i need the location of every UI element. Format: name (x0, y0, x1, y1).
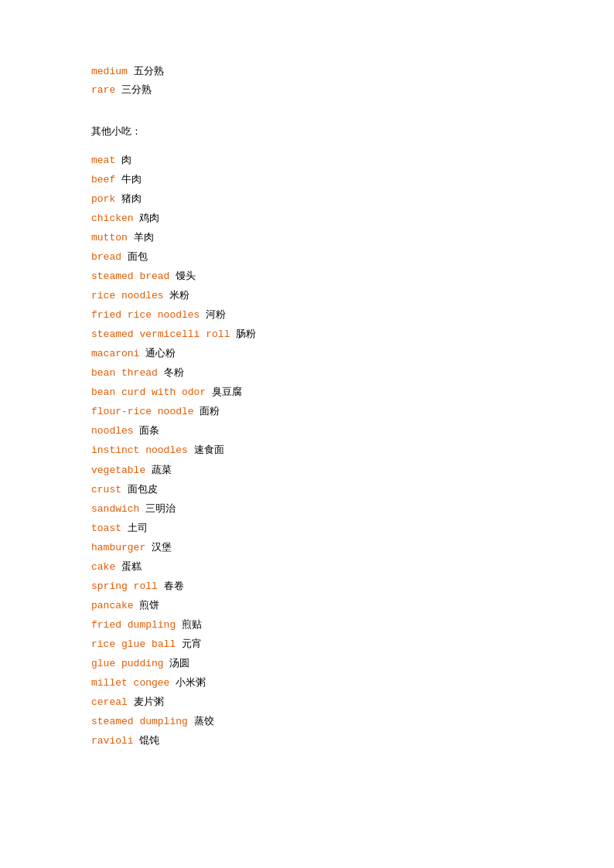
vocab-en: noodles (91, 425, 134, 437)
section-header: 其他小吃： (91, 124, 523, 138)
vocab-list: meat 肉beef 牛肉pork 猪肉chicken 鸡肉mutton 羊肉b… (91, 151, 523, 751)
vocab-zh: 蛋糕 (121, 560, 142, 572)
vocab-en: crust (91, 484, 121, 495)
vocab-item: rice glue ball 元宵 (91, 635, 523, 654)
vocab-en: bread (91, 251, 121, 263)
vocab-item: spring roll 春卷 (91, 577, 523, 596)
vocab-item: toast 土司 (91, 519, 523, 538)
intro-zh: 三分熟 (121, 83, 152, 95)
vocab-item: hamburger 汉堡 (91, 538, 523, 557)
vocab-zh: 面粉 (200, 405, 220, 417)
vocab-zh: 蔬菜 (152, 464, 172, 475)
vocab-zh: 鸡肉 (139, 212, 159, 223)
vocab-en: mutton (91, 232, 128, 243)
vocab-en: beef (91, 174, 115, 186)
vocab-en: meat (91, 155, 115, 166)
vocab-item: instinct noodles 速食面 (91, 441, 523, 460)
vocab-en: hamburger (91, 542, 145, 553)
vocab-zh: 猪肉 (121, 192, 142, 204)
vocab-en: bean curd with odor (91, 386, 206, 398)
vocab-item: fried dumpling 煎贴 (91, 615, 523, 635)
vocab-item: ravioli 馄饨 (91, 731, 523, 751)
vocab-item: millet congee 小米粥 (91, 673, 523, 693)
vocab-en: rice noodles (91, 290, 164, 301)
vocab-item: flour-rice noodle 面粉 (91, 402, 523, 421)
vocab-en: fried dumpling (91, 619, 176, 631)
vocab-zh: 麦片粥 (134, 696, 164, 707)
vocab-item: noodles 面条 (91, 421, 523, 441)
vocab-zh: 馒头 (176, 270, 196, 281)
vocab-zh: 土司 (128, 522, 148, 533)
vocab-item: sandwich 三明治 (91, 499, 523, 519)
vocab-en: fried rice noodles (91, 309, 200, 321)
vocab-en: pancake (91, 600, 134, 611)
vocab-en: macaroni (91, 348, 139, 359)
vocab-en: glue pudding (91, 658, 164, 669)
intro-item: medium 五分熟 (91, 62, 523, 80)
vocab-item: crust 面包皮 (91, 480, 523, 499)
vocab-item: beef 牛肉 (91, 170, 523, 189)
vocab-item: fried rice noodles 河粉 (91, 305, 523, 325)
vocab-zh: 春卷 (164, 580, 184, 591)
vocab-zh: 馄饨 (139, 734, 159, 746)
vocab-item: cereal 麦片粥 (91, 693, 523, 712)
vocab-item: rice noodles 米粉 (91, 286, 523, 305)
vocab-en: flour-rice noodle (91, 406, 194, 417)
vocab-en: pork (91, 193, 115, 205)
vocab-item: steamed bread 馒头 (91, 267, 523, 286)
vocab-zh: 煎贴 (182, 618, 202, 630)
intro-zh: 五分熟 (134, 65, 164, 77)
vocab-item: vegetable 蔬菜 (91, 461, 523, 480)
vocab-en: cereal (91, 696, 128, 708)
vocab-zh: 元宵 (182, 638, 202, 649)
vocab-zh: 煎饼 (139, 599, 159, 611)
vocab-zh: 牛肉 (121, 173, 142, 185)
vocab-en: cake (91, 561, 115, 573)
vocab-en: bean thread (91, 367, 158, 379)
vocab-zh: 臭豆腐 (212, 386, 242, 397)
vocab-zh: 小米粥 (176, 676, 206, 688)
vocab-zh: 蒸饺 (194, 715, 214, 727)
vocab-zh: 米粉 (169, 289, 189, 301)
vocab-zh: 面包 (128, 250, 148, 262)
vocab-en: rice glue ball (91, 638, 176, 650)
vocab-en: ravioli (91, 735, 134, 747)
vocab-item: steamed dumpling 蒸饺 (91, 712, 523, 731)
vocab-en: instinct noodles (91, 444, 188, 456)
vocab-zh: 冬粉 (164, 366, 184, 378)
vocab-en: spring roll (91, 580, 158, 592)
vocab-item: pancake 煎饼 (91, 596, 523, 615)
vocab-zh: 通心粉 (145, 347, 176, 359)
vocab-item: bean curd with odor 臭豆腐 (91, 383, 523, 402)
vocab-item: meat 肉 (91, 151, 523, 170)
vocab-item: glue pudding 汤圆 (91, 654, 523, 673)
intro-en: rare (91, 84, 115, 96)
vocab-zh: 肉 (121, 154, 131, 165)
vocab-en: steamed vermicelli roll (91, 328, 230, 340)
vocab-en: millet congee (91, 677, 169, 689)
vocab-item: mutton 羊肉 (91, 228, 523, 247)
vocab-zh: 面条 (139, 424, 159, 436)
vocab-en: steamed dumpling (91, 716, 188, 727)
intro-section: medium 五分熟rare 三分熟 (91, 62, 523, 100)
vocab-zh: 羊肉 (134, 231, 154, 243)
intro-en: medium (91, 66, 128, 77)
vocab-zh: 河粉 (206, 308, 226, 320)
intro-item: rare 三分熟 (91, 80, 523, 99)
vocab-zh: 肠粉 (236, 328, 256, 339)
vocab-en: chicken (91, 213, 134, 224)
vocab-zh: 面包皮 (128, 483, 158, 495)
vocab-zh: 速食面 (194, 444, 224, 455)
vocab-item: pork 猪肉 (91, 189, 523, 209)
vocab-item: macaroni 通心粉 (91, 344, 523, 363)
vocab-zh: 汤圆 (169, 657, 189, 669)
vocab-item: bread 面包 (91, 247, 523, 267)
vocab-item: bean thread 冬粉 (91, 363, 523, 383)
vocab-zh: 三明治 (145, 502, 176, 514)
vocab-item: cake 蛋糕 (91, 557, 523, 577)
vocab-en: vegetable (91, 465, 145, 476)
vocab-en: sandwich (91, 503, 139, 515)
vocab-zh: 汉堡 (152, 541, 172, 553)
vocab-en: toast (91, 523, 121, 534)
vocab-en: steamed bread (91, 271, 169, 282)
